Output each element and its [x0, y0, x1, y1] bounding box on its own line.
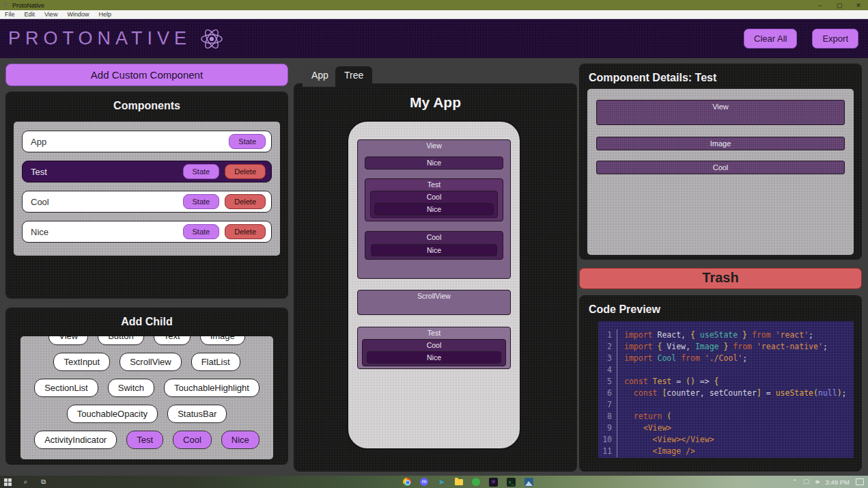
menubar: FileEditViewWindowHelp	[0, 10, 868, 19]
tab-app[interactable]: App	[303, 66, 337, 87]
code-text: import Cool from './Cool';	[617, 353, 747, 364]
node-test[interactable]: Test Cool Nice	[357, 327, 511, 369]
code-text: <Image />	[617, 446, 695, 457]
network-icon[interactable]: 🖵	[803, 478, 809, 486]
code-text: const Test = () => {	[617, 376, 719, 388]
detail-child-view[interactable]: View	[596, 100, 845, 125]
atom-logo-icon	[198, 25, 225, 53]
component-name: Nice	[31, 227, 48, 237]
component-name: App	[31, 137, 46, 147]
minimize-icon[interactable]: –	[811, 2, 830, 9]
add-child-statusbar[interactable]: StatusBar	[167, 405, 227, 423]
line-number: 2	[598, 341, 617, 353]
green-app-icon[interactable]	[472, 478, 480, 486]
add-child-test[interactable]: Test	[126, 431, 163, 449]
state-button[interactable]: State	[183, 224, 220, 239]
component-row-test[interactable]: TestStateDelete	[22, 161, 272, 182]
add-child-cool[interactable]: Cool	[173, 431, 212, 449]
delete-button[interactable]: Delete	[225, 224, 266, 239]
add-child-touchablehighlight[interactable]: TouchableHighlight	[164, 379, 260, 397]
node-nice[interactable]: Nice	[371, 244, 497, 256]
code-preview-panel: Code Preview 1import React, { useState }…	[579, 295, 862, 472]
component-row-app[interactable]: AppState	[22, 131, 272, 152]
add-child-text[interactable]: Text	[154, 336, 191, 345]
line-number: 5	[598, 376, 617, 388]
state-button[interactable]: State	[183, 164, 220, 179]
node-nice[interactable]: Nice	[365, 157, 503, 170]
add-child-sectionlist[interactable]: SectionList	[34, 379, 98, 397]
node-nice[interactable]: Nice	[367, 351, 501, 364]
node-scrollview[interactable]: ScrollView	[357, 290, 511, 315]
add-child-view[interactable]: View	[48, 336, 88, 345]
tray-expand-icon[interactable]: ⌃	[792, 478, 798, 485]
add-child-list: ViewButtonTextImageTextInputScrollViewFl…	[20, 336, 273, 459]
add-child-scrollview[interactable]: ScrollView	[120, 353, 181, 371]
delete-button[interactable]: Delete	[225, 164, 266, 179]
photos-icon[interactable]	[524, 478, 533, 487]
taskbar-clock[interactable]: 3:49 PM	[826, 478, 850, 486]
menu-window[interactable]: Window	[62, 11, 94, 18]
telegram-icon[interactable]: ➤	[437, 478, 446, 487]
search-icon[interactable]: ⌕	[21, 478, 30, 487]
add-child-button[interactable]: Button	[98, 336, 144, 345]
code-line: 3import Cool from './Cool';	[598, 353, 854, 364]
tab-tree[interactable]: Tree	[335, 66, 372, 87]
action-center-icon[interactable]	[856, 478, 864, 485]
close-icon[interactable]: ✕	[849, 2, 868, 9]
component-row-cool[interactable]: CoolStateDelete	[22, 191, 272, 213]
menu-help[interactable]: Help	[94, 11, 116, 18]
state-button[interactable]: State	[183, 194, 220, 209]
line-number: 4	[598, 364, 617, 376]
menu-edit[interactable]: Edit	[20, 11, 40, 18]
start-button-icon[interactable]	[3, 478, 12, 487]
add-child-switch[interactable]: Switch	[108, 379, 154, 397]
delete-button[interactable]: Delete	[225, 194, 266, 209]
node-cool[interactable]: Cool Nice	[362, 339, 506, 366]
node-cool[interactable]: Cool Nice	[370, 191, 498, 218]
node-cool[interactable]: Cool Nice	[365, 231, 503, 260]
code-editor[interactable]: 1import React, { useState } from 'react'…	[598, 321, 854, 458]
component-row-nice[interactable]: NiceStateDelete	[22, 221, 272, 243]
maximize-icon[interactable]: ▢	[830, 2, 849, 9]
add-child-touchableopacity[interactable]: TouchableOpacity	[67, 405, 158, 423]
add-child-textinput[interactable]: TextInput	[53, 353, 110, 371]
code-line: 2import { View, Image } from 'react-nati…	[598, 341, 854, 353]
detail-child-cool[interactable]: Cool	[596, 161, 845, 174]
protonative-app-icon[interactable]: ⚛	[489, 478, 498, 487]
add-child-activityindicator[interactable]: ActivityIndicator	[34, 431, 117, 449]
file-explorer-icon[interactable]	[455, 479, 463, 485]
mastodon-icon[interactable]: m	[420, 478, 428, 486]
node-label: Cool	[365, 233, 503, 241]
node-view[interactable]: View Nice Test Cool Nice Cool Nice	[357, 139, 511, 279]
add-child-row: ViewButtonTextImage	[25, 336, 269, 345]
node-label: Nice	[372, 246, 496, 254]
code-line: 9 <View>	[598, 422, 854, 434]
state-button[interactable]: State	[229, 134, 266, 149]
trash-dropzone[interactable]: Trash	[579, 268, 862, 289]
clear-all-button[interactable]: Clear All	[744, 29, 797, 49]
add-child-nice[interactable]: Nice	[221, 431, 260, 449]
menu-view[interactable]: View	[40, 11, 62, 18]
add-child-panel: Add Child ViewButtonTextImageTextInputSc…	[5, 308, 288, 465]
add-child-flatlist[interactable]: FlatList	[191, 353, 240, 371]
node-label: ScrollView	[358, 292, 510, 300]
node-nice[interactable]: Nice	[374, 203, 494, 215]
window-titlebar: ⚛ ProtoNative – ▢ ✕	[0, 0, 868, 10]
add-child-row: TextInputScrollViewFlatList	[25, 353, 269, 371]
chrome-icon[interactable]	[403, 478, 411, 486]
code-line: 7	[598, 399, 854, 411]
add-custom-component-button[interactable]: Add Custom Component	[5, 64, 288, 86]
add-child-image[interactable]: Image	[200, 336, 245, 345]
terminal-icon[interactable]: >_	[507, 478, 516, 487]
menu-file[interactable]: File	[0, 11, 20, 18]
code-text: return (	[617, 411, 671, 422]
export-button[interactable]: Export	[812, 29, 858, 49]
detail-child-image[interactable]: Image	[596, 137, 845, 150]
add-child-row: ActivityIndicatorTestCoolNice	[25, 431, 269, 449]
node-test[interactable]: Test Cool Nice	[365, 178, 503, 221]
node-label: Test	[365, 180, 503, 189]
components-panel: Components AppStateTestStateDeleteCoolSt…	[5, 92, 288, 299]
brand-title: PROTONATIVE	[8, 28, 191, 49]
task-view-icon[interactable]: ⧉	[39, 478, 48, 487]
volume-icon[interactable]: 🕪	[815, 478, 820, 486]
